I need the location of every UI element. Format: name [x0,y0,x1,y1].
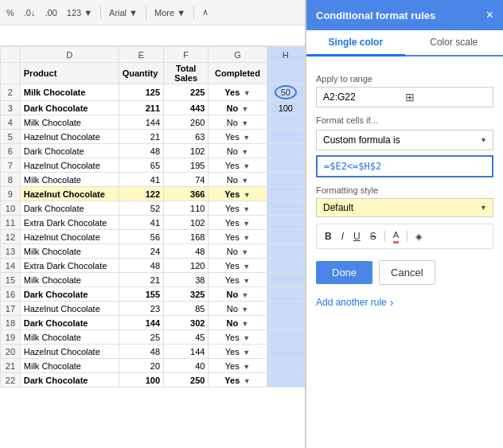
cell-quantity[interactable]: 211 [119,101,163,115]
cell-total-sales[interactable]: 48 [164,244,209,259]
cell-product[interactable]: Dark Chocolate [20,287,119,302]
decimal-decrease-btn[interactable]: .0↓ [21,6,39,19]
underline-button[interactable]: U [350,229,364,243]
cell-h[interactable] [267,187,304,201]
cell-h[interactable] [267,273,304,287]
cell-completed[interactable]: Yes ▼ [209,158,267,173]
cell-product[interactable]: Dark Chocolate [20,144,119,158]
cell-product[interactable]: Dark Chocolate [20,101,119,115]
cell-h[interactable] [267,359,304,373]
cell-total-sales[interactable]: 168 [164,230,209,244]
cell-quantity[interactable]: 21 [119,130,163,144]
cell-product[interactable]: Hazelnut Chocolate [20,158,119,173]
cell-quantity[interactable]: 48 [119,259,163,273]
cell-quantity[interactable]: 100 [119,373,163,388]
cell-quantity[interactable]: 41 [119,173,163,187]
cell-product[interactable]: Dark Chocolate [20,373,119,388]
cell-h[interactable] [267,373,304,388]
cell-quantity[interactable]: 25 [119,330,163,345]
cell-total-sales[interactable]: 38 [164,273,209,287]
cell-quantity[interactable]: 122 [119,187,163,201]
cell-product[interactable]: Milk Chocolate [20,330,119,345]
cell-total-sales[interactable]: 325 [164,287,209,302]
format-number-btn[interactable]: 123 ▼ [64,6,96,19]
cell-quantity[interactable]: 21 [119,273,163,287]
cell-completed[interactable]: No ▼ [209,173,267,187]
cell-product[interactable]: Milk Chocolate [20,84,119,101]
cell-quantity[interactable]: 41 [119,216,163,230]
cell-completed[interactable]: Yes ▼ [209,373,267,388]
cell-completed[interactable]: Yes ▼ [209,216,267,230]
cell-quantity[interactable]: 48 [119,345,163,359]
decimal-increase-btn[interactable]: .00 [41,6,60,19]
cell-quantity[interactable]: 24 [119,244,163,259]
fill-color-button[interactable]: ◈ [412,229,425,243]
formula-input[interactable]: =$E2<=$H$2 [316,155,493,177]
cell-quantity[interactable]: 144 [119,316,163,330]
default-style-select[interactable]: Default None [316,198,493,217]
percent-btn[interactable]: % [3,6,18,19]
cell-total-sales[interactable]: 45 [164,330,209,345]
cell-completed[interactable]: Yes ▼ [209,187,267,201]
cell-completed[interactable]: Yes ▼ [209,345,267,359]
cell-quantity[interactable]: 65 [119,158,163,173]
col-header-d[interactable]: D [20,47,119,63]
cell-h[interactable] [267,302,304,316]
done-button[interactable]: Done [316,261,372,284]
col-header-g[interactable]: G [209,47,267,63]
col-header-h[interactable]: H [267,47,304,63]
add-rule-link[interactable]: Add another rule › [316,296,493,309]
cell-product[interactable]: Hazelnut Chocolate [20,230,119,244]
cell-total-sales[interactable]: 110 [164,201,209,216]
cell-total-sales[interactable]: 366 [164,187,209,201]
cell-product[interactable]: Extra Dark Chocolate [20,216,119,230]
cell-product[interactable]: Product [20,63,119,84]
cell-quantity[interactable]: 56 [119,230,163,244]
cell-completed[interactable]: No ▼ [209,302,267,316]
cell-product[interactable]: Milk Chocolate [20,273,119,287]
cell-completed[interactable]: No ▼ [209,101,267,115]
cell-total-sales[interactable]: 195 [164,158,209,173]
cell-completed[interactable]: Yes ▼ [209,201,267,216]
cell-total-sales[interactable]: 40 [164,359,209,373]
cell-product[interactable]: Dark Chocolate [20,201,119,216]
cell-total-sales[interactable]: 225 [164,84,209,101]
cell-h[interactable] [267,345,304,359]
cell-quantity[interactable]: 155 [119,287,163,302]
collapse-btn[interactable]: ∧ [199,6,212,19]
cell-product[interactable]: Milk Chocolate [20,173,119,187]
cell-total-sales[interactable]: TotalSales [164,63,209,84]
cell-h[interactable]: 50 [267,84,304,101]
cell-product[interactable]: Milk Chocolate [20,359,119,373]
more-btn[interactable]: More ▼ [151,6,189,19]
cell-h[interactable]: 100 [267,101,304,115]
cell-completed[interactable]: Yes ▼ [209,359,267,373]
cell-completed[interactable]: Yes ▼ [209,259,267,273]
cell-h[interactable] [267,201,304,216]
cell-h[interactable] [267,130,304,144]
cell-completed[interactable]: No ▼ [209,244,267,259]
cell-h[interactable] [267,63,304,84]
panel-close-button[interactable]: × [486,8,493,22]
cell-h[interactable] [267,230,304,244]
strikethrough-button[interactable]: S [367,229,380,243]
cell-total-sales[interactable]: 144 [164,345,209,359]
tab-color-scale[interactable]: Color scale [405,30,504,55]
cell-completed[interactable]: Yes ▼ [209,330,267,345]
col-header-f[interactable]: F [164,47,209,63]
cell-h[interactable] [267,216,304,230]
cell-completed[interactable]: No ▼ [209,316,267,330]
cell-completed[interactable]: Yes ▼ [209,130,267,144]
font-family-btn[interactable]: Arial ▼ [106,6,141,19]
cell-completed[interactable]: No ▼ [209,287,267,302]
cell-h[interactable] [267,330,304,345]
cell-h[interactable] [267,259,304,273]
cell-h[interactable] [267,244,304,259]
cell-total-sales[interactable]: 302 [164,316,209,330]
cell-completed[interactable]: Yes ▼ [209,230,267,244]
tab-single-color[interactable]: Single color [306,30,405,56]
cell-quantity[interactable]: 144 [119,115,163,130]
cell-h[interactable] [267,144,304,158]
cell-completed[interactable]: Completed [209,63,267,84]
cell-quantity[interactable]: 48 [119,144,163,158]
